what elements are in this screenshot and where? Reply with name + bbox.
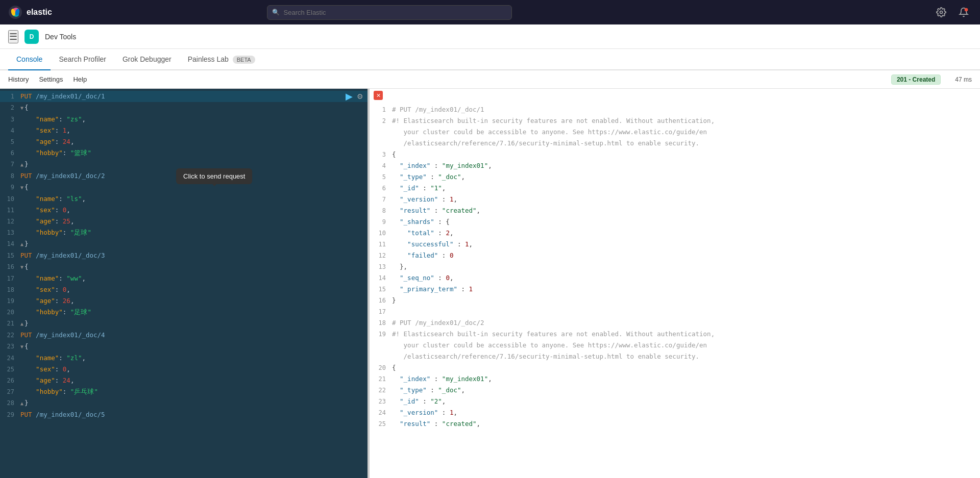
output-line-number: 15 xyxy=(370,284,392,294)
global-search-input[interactable] xyxy=(267,5,512,20)
settings-icon-btn[interactable] xyxy=(933,4,949,20)
line-number: 6 xyxy=(0,148,20,158)
output-line-content: { xyxy=(392,149,980,160)
line-content: "hobby": "足球" xyxy=(20,307,368,317)
line-number: 8 xyxy=(0,171,20,181)
output-line-content: # PUT /my_index01/_doc/1 xyxy=(392,105,980,115)
line-content: ▲} xyxy=(20,239,368,249)
line-content: PUT /my_index01/_doc/5 xyxy=(20,410,368,420)
left-code-line: 20 "hobby": "足球" xyxy=(0,307,368,318)
close-output-button[interactable]: ✕ xyxy=(374,91,383,100)
left-code-line: 13 "hobby": "足球" xyxy=(0,227,368,238)
output-code-line: 8 "result" : "created", xyxy=(370,205,980,216)
line-content: "name": "zs", xyxy=(20,114,368,124)
notifications-icon-btn[interactable] xyxy=(955,4,972,20)
nav-right-icons xyxy=(933,4,972,20)
line-content: ▼{ xyxy=(20,262,368,272)
tab-painless-lab[interactable]: Painless Lab BETA xyxy=(180,49,263,70)
search-icon: 🔍 xyxy=(272,9,280,16)
line-content: PUT /my_index01/_doc/3 xyxy=(20,250,368,261)
left-code-line: 12 "age": 25, xyxy=(0,216,368,227)
line-content: "name": "zl", xyxy=(20,353,368,363)
output-code-line: 10 "total" : 2, xyxy=(370,228,980,239)
left-code-line: 14▲} xyxy=(0,238,368,250)
output-line-content: }, xyxy=(392,262,980,272)
send-request-tooltip: Click to send request xyxy=(176,168,252,184)
breadcrumb: Dev Tools xyxy=(45,33,76,41)
line-number: 3 xyxy=(0,114,20,124)
output-line-content: # PUT /my_index01/_doc/2 xyxy=(392,318,980,328)
run-button[interactable]: ▶ xyxy=(346,91,353,102)
line-content: "age": 24, xyxy=(20,375,368,386)
output-code-line: 5 "_type" : "_doc", xyxy=(370,171,980,183)
line-number: 28 xyxy=(0,398,20,408)
output-line-number: 5 xyxy=(370,172,392,182)
left-code-line: 17 "name": "ww", xyxy=(0,273,368,284)
line-number: 13 xyxy=(0,228,20,238)
output-line-content: #! Elasticsearch built-in security featu… xyxy=(392,116,980,126)
output-code-line: /elasticsearch/reference/7.16/security-m… xyxy=(370,351,980,362)
hamburger-menu-icon[interactable]: ☰ xyxy=(8,30,18,43)
line-content: "hobby": "篮球" xyxy=(20,148,368,158)
output-line-number: 4 xyxy=(370,161,392,171)
line-number: 15 xyxy=(0,250,20,261)
output-code-line: 20{ xyxy=(370,362,980,373)
left-code-line: 23▼{ xyxy=(0,341,368,353)
main-editor: Click to send request ▶ ⚙ 1PUT /my_index… xyxy=(0,89,980,478)
output-line-content: } xyxy=(392,295,980,306)
output-line-content: "_version" : 1, xyxy=(392,194,980,205)
line-content: "name": "ww", xyxy=(20,273,368,284)
output-code-line: 19#! Elasticsearch built-in security fea… xyxy=(370,329,980,340)
output-line-number: 21 xyxy=(370,374,392,384)
settings-icon xyxy=(936,7,946,17)
output-line-number: 10 xyxy=(370,228,392,238)
global-search-bar[interactable]: 🔍 xyxy=(267,5,512,20)
tab-console[interactable]: Console xyxy=(8,49,51,70)
left-code-line: 15PUT /my_index01/_doc/3 xyxy=(0,250,368,261)
output-line-content: "_type" : "_doc", xyxy=(392,385,980,395)
line-number: 9 xyxy=(0,182,20,192)
line-number: 17 xyxy=(0,273,20,284)
output-line-number: 9 xyxy=(370,217,392,227)
right-output-panel: ✕ 1# PUT /my_index01/_doc/12#! Elasticse… xyxy=(370,89,980,478)
line-number: 10 xyxy=(0,194,20,204)
output-code-line: 6 "_id" : "1", xyxy=(370,183,980,194)
output-line-content: "failed" : 0 xyxy=(392,250,980,261)
elastic-logo-text: elastic xyxy=(27,8,52,17)
output-line-content: "result" : "created", xyxy=(392,206,980,216)
tab-grok-debugger[interactable]: Grok Debugger xyxy=(114,49,180,70)
right-output-editor: 1# PUT /my_index01/_doc/12#! Elasticsear… xyxy=(370,102,980,478)
output-line-content: "_type" : "_doc", xyxy=(392,172,980,182)
left-code-line: 24 "name": "zl", xyxy=(0,353,368,364)
left-code-line: 11 "sex": 0, xyxy=(0,205,368,216)
settings-button[interactable]: Settings xyxy=(39,76,63,83)
help-button[interactable]: Help xyxy=(73,76,87,83)
output-code-line: 18# PUT /my_index01/_doc/2 xyxy=(370,317,980,329)
line-number: 4 xyxy=(0,125,20,136)
output-code-line: 21 "_index" : "my_index01", xyxy=(370,373,980,385)
output-line-number: 23 xyxy=(370,396,392,407)
left-code-line: 19 "age": 26, xyxy=(0,295,368,307)
output-line-content: "_index" : "my_index01", xyxy=(392,161,980,171)
line-content: "sex": 0, xyxy=(20,364,368,374)
history-button[interactable]: History xyxy=(8,76,29,83)
left-code-line: 3 "name": "zs", xyxy=(0,114,368,125)
top-navbar: elastic 🔍 xyxy=(0,0,980,24)
toolbar: History Settings Help 201 - Created 47 m… xyxy=(0,70,980,89)
line-number: 11 xyxy=(0,205,20,215)
output-line-number: 6 xyxy=(370,183,392,193)
output-line-content: "_primary_term" : 1 xyxy=(392,284,980,294)
tab-search-profiler[interactable]: Search Profiler xyxy=(51,49,114,70)
output-line-content: { xyxy=(392,363,980,373)
wrench-button[interactable]: ⚙ xyxy=(357,92,363,100)
left-code-line: 1PUT /my_index01/_doc/1 xyxy=(0,91,368,102)
line-content: ▲} xyxy=(20,398,368,409)
left-code-line: 18 "sex": 0, xyxy=(0,284,368,295)
output-line-number: 2 xyxy=(370,116,392,126)
output-code-line: 3{ xyxy=(370,149,980,160)
line-number: 14 xyxy=(0,239,20,249)
output-code-line: 17 xyxy=(370,306,980,317)
output-panel-header: ✕ xyxy=(370,89,980,102)
left-code-editor[interactable]: 1PUT /my_index01/_doc/12▼{3 "name": "zs"… xyxy=(0,89,368,478)
output-line-number: 3 xyxy=(370,149,392,160)
